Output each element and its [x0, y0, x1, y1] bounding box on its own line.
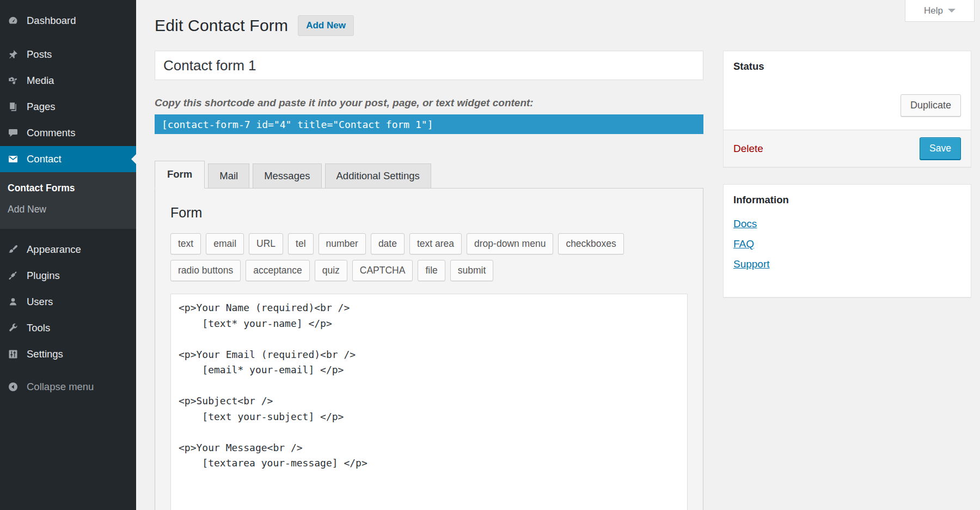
form-tab-panel: Form text email URL tel number date text… — [155, 188, 703, 510]
sidebar-item-tools[interactable]: Tools — [0, 315, 136, 341]
faq-link[interactable]: FAQ — [733, 238, 961, 250]
tab-additional-settings[interactable]: Additional Settings — [325, 163, 431, 189]
tab-messages[interactable]: Messages — [253, 163, 321, 189]
pushpin-icon — [8, 49, 20, 60]
tag-button-text[interactable]: text — [170, 233, 201, 254]
sidebar-item-add-new[interactable]: Add New — [0, 199, 136, 220]
sidebar-item-settings[interactable]: Settings — [0, 341, 136, 367]
sidebar-item-label: Dashboard — [27, 15, 76, 27]
brush-icon — [8, 244, 20, 255]
settings-sliders-icon — [8, 349, 20, 360]
comment-bubble-icon — [8, 127, 20, 138]
tag-generator-row-1: text email URL tel number date text area… — [170, 233, 688, 254]
help-label: Help — [924, 5, 943, 16]
sidebar-item-label: Collapse menu — [27, 381, 94, 393]
media-icon — [8, 75, 20, 86]
sidebar-item-posts[interactable]: Posts — [0, 41, 136, 68]
sidebar-item-comments[interactable]: Comments — [0, 120, 136, 146]
collapse-menu-button[interactable]: Collapse menu — [0, 374, 136, 400]
tag-button-email[interactable]: email — [206, 233, 244, 254]
sidebar-item-contact[interactable]: Contact — [0, 146, 136, 172]
status-panel: Status Duplicate Delete Save — [723, 51, 971, 167]
user-icon — [8, 296, 20, 307]
content-area: Help Edit Contact Form Add New Copy this… — [136, 0, 980, 510]
dashboard-icon — [8, 15, 20, 26]
sidebar-item-label: Appearance — [27, 244, 81, 256]
save-button[interactable]: Save — [920, 137, 961, 160]
sidebar-item-appearance[interactable]: Appearance — [0, 236, 136, 263]
sidebar-item-label: Posts — [27, 48, 52, 60]
tab-mail[interactable]: Mail — [208, 163, 249, 189]
envelope-icon — [8, 154, 20, 165]
tag-button-text-area[interactable]: text area — [409, 233, 462, 254]
tag-button-captcha[interactable]: CAPTCHA — [352, 260, 413, 281]
information-panel: Information Docs FAQ Support — [723, 184, 971, 298]
editor-tabs: Form Mail Messages Additional Settings — [155, 161, 703, 188]
help-dropdown[interactable]: Help — [905, 0, 975, 22]
sidebar-item-plugins[interactable]: Plugins — [0, 263, 136, 289]
form-title-input[interactable] — [155, 51, 703, 80]
tag-button-file[interactable]: file — [418, 260, 445, 281]
delete-link[interactable]: Delete — [733, 143, 763, 155]
page-title: Edit Contact Form — [155, 16, 288, 35]
duplicate-button[interactable]: Duplicate — [901, 94, 961, 117]
sidebar-item-label: Comments — [27, 127, 75, 139]
tag-button-number[interactable]: number — [318, 233, 366, 254]
sidebar-item-label: Tools — [27, 322, 50, 334]
sidebar-item-label: Pages — [27, 101, 55, 113]
form-template-editor[interactable]: <p>Your Name (required)<br /> [text* you… — [170, 294, 688, 510]
plug-icon — [8, 270, 20, 281]
tag-button-radio-buttons[interactable]: radio buttons — [170, 260, 241, 281]
docs-link[interactable]: Docs — [733, 218, 961, 230]
admin-sidebar: Dashboard Posts Media Pages Comments Con… — [0, 0, 136, 510]
sidebar-item-dashboard[interactable]: Dashboard — [0, 8, 136, 34]
tab-form[interactable]: Form — [155, 161, 205, 189]
support-link[interactable]: Support — [733, 258, 961, 270]
wrench-icon — [8, 323, 20, 333]
tag-button-tel[interactable]: tel — [288, 233, 313, 254]
collapse-arrow-icon — [8, 381, 20, 392]
chevron-down-icon — [948, 9, 955, 16]
sidebar-item-label: Contact — [27, 153, 62, 165]
tag-button-drop-down-menu[interactable]: drop-down menu — [467, 233, 553, 254]
tag-button-acceptance[interactable]: acceptance — [246, 260, 310, 281]
sidebar-item-contact-forms[interactable]: Contact Forms — [0, 178, 136, 199]
add-new-button[interactable]: Add New — [298, 15, 354, 36]
sidebar-item-users[interactable]: Users — [0, 289, 136, 315]
tag-button-submit[interactable]: submit — [450, 260, 494, 281]
sidebar-item-label: Media — [27, 75, 54, 87]
tag-button-url[interactable]: URL — [249, 233, 283, 254]
sidebar-item-media[interactable]: Media — [0, 68, 136, 94]
shortcode-hint: Copy this shortcode and paste it into yo… — [155, 97, 703, 109]
sidebar-item-label: Users — [27, 296, 53, 308]
status-panel-heading: Status — [724, 51, 971, 80]
tag-generator-row-2: radio buttons acceptance quiz CAPTCHA fi… — [170, 260, 688, 281]
tag-button-checkboxes[interactable]: checkboxes — [558, 233, 623, 254]
pages-icon — [8, 101, 20, 112]
contact-submenu: Contact Forms Add New — [0, 172, 136, 229]
tag-button-quiz[interactable]: quiz — [315, 260, 347, 281]
shortcode-field[interactable]: [contact-form-7 id="4" title="Contact fo… — [155, 114, 703, 134]
form-panel-heading: Form — [170, 205, 688, 221]
information-panel-heading: Information — [724, 185, 971, 214]
tag-button-date[interactable]: date — [371, 233, 405, 254]
sidebar-item-label: Settings — [27, 348, 63, 360]
sidebar-item-pages[interactable]: Pages — [0, 94, 136, 120]
sidebar-item-label: Plugins — [27, 270, 60, 282]
